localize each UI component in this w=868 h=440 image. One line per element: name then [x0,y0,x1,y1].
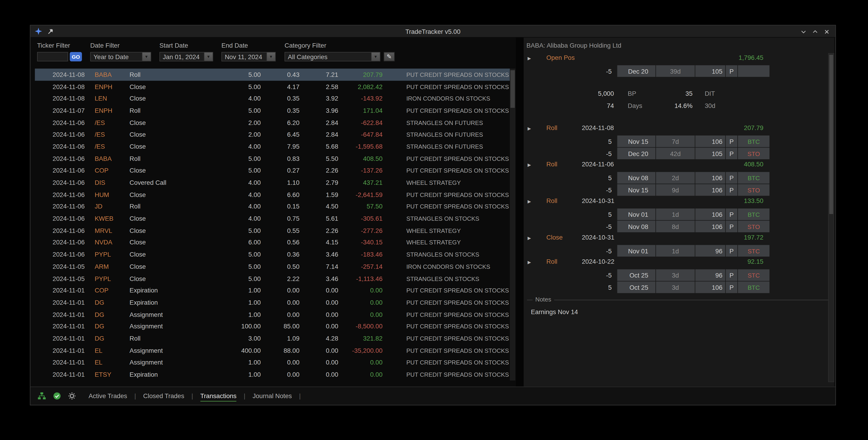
category-filter-select[interactable]: All Categories ▼ [284,52,380,62]
position-leg[interactable]: -5 Nov 01 1d 96 P STC [576,245,828,257]
leg-expiration: Nov 15 [617,184,655,196]
tab-active-trades[interactable]: Active Trades [89,393,127,399]
edit-category-button[interactable]: ✎ [383,52,395,62]
transaction-row[interactable]: 2024-11-08 ENPH Close 5.00 4.17 2.58 2,0… [35,80,510,93]
transaction-row[interactable]: 2024-11-06 HUM Close 4.00 6.60 1.59 -2,6… [35,189,510,200]
position-section-header[interactable]: ▶ Roll 2024-10-31 133.50 [524,198,828,207]
position-section-header[interactable]: ▶ Roll 2024-11-06 408.50 [524,161,828,170]
minimize-icon[interactable] [801,29,806,35]
transaction-row[interactable]: 2024-11-06 /ES Close 2.00 6.20 2.84 -622… [35,116,510,128]
position-leg[interactable]: 5 Nov 08 2d 106 P BTC [576,172,828,183]
ticker-filter-input[interactable] [37,52,68,62]
position-leg[interactable]: -5 Nov 15 9d 106 P STO [576,184,828,196]
leg-option-type: P [726,245,737,257]
end-date-select[interactable]: Nov 11, 2024 ▼ [221,52,276,62]
position-leg[interactable]: 5 Oct 25 3d 106 P BTC [576,281,828,293]
close-icon[interactable] [824,29,830,35]
txn-quantity: 1.00 [222,359,261,366]
txn-category: STRANGLES ON FUTURES [406,119,510,126]
position-leg[interactable]: 5 Nov 15 7d 106 P BTC [576,136,828,147]
chevron-down-icon[interactable]: ▼ [204,53,212,61]
txn-date: 2024-11-06 [53,191,95,198]
position-leg[interactable]: -5 Dec 20 39d 105 P [576,65,828,77]
go-button[interactable]: GO [70,52,82,62]
txn-price-2: 3.96 [300,107,338,114]
position-leg[interactable]: -5 Oct 25 3d 96 P STC [576,269,828,281]
chevron-down-icon[interactable]: ▼ [142,53,150,61]
network-icon[interactable] [37,392,46,400]
tab-closed-trades[interactable]: Closed Trades [143,393,184,399]
transaction-row[interactable]: 2024-11-05 ARM Close 5.00 0.50 7.14 -257… [35,261,510,272]
position-leg[interactable]: 5 Nov 01 1d 106 P BTC [576,208,828,220]
transaction-row[interactable]: 2024-11-06 NVDA Close 6.00 0.56 4.15 -34… [35,237,510,248]
position-section: ▶ Roll 2024-10-31 133.50 5 Nov 01 1d 106… [524,198,828,232]
position-section-header[interactable]: ▶ Close 2024-10-31 197.72 [524,234,828,243]
transaction-row[interactable]: 2024-11-08 BABA Roll 5.00 0.43 7.21 207.… [35,69,510,80]
category-filter-label: Category Filter [284,42,380,51]
transaction-row[interactable]: 2024-11-01 DG Expiration 1.00 0.00 0.00 … [35,296,510,308]
position-leg[interactable]: -5 Nov 08 8d 106 P STO [576,221,828,232]
position-scrollbar[interactable] [828,53,834,382]
start-date-select[interactable]: Jan 01, 2024 ▼ [159,52,213,62]
position-section-header[interactable]: ▶ Roll 2024-10-22 92.15 [524,258,828,268]
leg-dte: 42d [656,148,695,159]
txn-date: 2024-11-01 [53,359,95,366]
transaction-row[interactable]: 2024-11-06 /ES Close 4.00 7.95 5.68 -1,5… [35,141,510,153]
tab-journal-notes[interactable]: Journal Notes [252,393,292,399]
position-leg[interactable]: -5 Dec 20 42d 105 P STO [576,148,828,159]
txn-category: PUT CREDIT SPREADS ON STOCKS [406,359,510,366]
expand-icon[interactable]: ▶ [528,236,531,241]
transaction-row[interactable]: 2024-11-06 /ES Close 2.00 6.45 2.84 -647… [35,129,510,141]
txn-profit-loss: -137.26 [338,167,382,174]
transaction-row[interactable]: 2024-11-06 PYPL Close 5.00 0.36 3.46 -18… [35,248,510,261]
transaction-row[interactable]: 2024-11-01 EL Assignment 400.00 88.00 0.… [35,344,510,357]
txn-action: Close [129,251,222,258]
transaction-row[interactable]: 2024-11-06 JD Roll 4.00 0.15 4.50 57.50 … [35,200,510,212]
txn-action: Roll [129,155,222,162]
settings-gear-icon[interactable] [68,392,76,400]
expand-icon[interactable]: ▶ [528,199,531,204]
txn-quantity: 5.00 [222,275,261,282]
check-status-icon[interactable] [53,392,61,400]
txn-profit-loss: -2,641.59 [338,191,382,198]
txn-price-1: 0.27 [261,167,300,174]
txn-category: WHEEL STRATEGY [406,179,510,186]
date-filter-select[interactable]: Year to Date ▼ [90,52,151,62]
chevron-down-icon[interactable]: ▼ [266,53,275,61]
transaction-row[interactable]: 2024-11-01 DG Roll 3.00 1.09 4.28 321.82… [35,333,510,344]
scrollbar-thumb[interactable] [510,70,515,108]
title-bar[interactable]: TradeTracker v5.00 [30,26,835,38]
transactions-scrollbar[interactable] [510,69,515,380]
leg-dte: 1d [656,208,695,220]
start-date-value: Jan 01, 2024 [160,53,204,61]
position-section-header[interactable]: ▶ Roll 2024-11-08 207.79 [524,125,828,134]
transaction-row[interactable]: 2024-11-06 DIS Covered Call 4.00 1.10 2.… [35,176,510,189]
position-section-header[interactable]: ▶ Open Pos 1,796.45 [524,54,828,64]
txn-action: Close [129,275,222,282]
transaction-row[interactable]: 2024-11-05 PYPL Close 5.00 2.22 3.46 -1,… [35,272,510,284]
transaction-row[interactable]: 2024-11-01 EL Assignment 1.00 0.00 0.00 … [35,357,510,368]
transaction-row[interactable]: 2024-11-01 ETSY Expiration 1.00 0.00 0.0… [35,368,510,380]
transaction-row[interactable]: 2024-11-06 COP Close 5.00 0.27 2.26 -137… [35,165,510,176]
maximize-icon[interactable] [812,29,818,35]
transaction-row[interactable]: 2024-11-01 DG Assignment 100.00 85.00 0.… [35,320,510,332]
transaction-row[interactable]: 2024-11-06 MRVL Close 5.00 0.55 2.26 -27… [35,225,510,237]
txn-ticker: MRVL [95,227,129,234]
chevron-down-icon[interactable]: ▼ [371,53,380,61]
leg-order-tag [738,65,769,77]
pin-icon[interactable] [47,28,54,35]
transaction-row[interactable]: 2024-11-08 LEN Close 4.00 0.35 3.92 -143… [35,93,510,104]
expand-icon[interactable]: ▶ [528,56,531,61]
position-section: ▶ Open Pos 1,796.45 -5 Dec 20 39d 105 P … [524,54,828,114]
expand-icon[interactable]: ▶ [528,163,531,168]
scrollbar-thumb[interactable] [829,55,833,214]
expand-icon[interactable]: ▶ [528,260,531,265]
txn-price-2: 5.50 [300,155,338,162]
transaction-row[interactable]: 2024-11-07 ENPH Roll 5.00 0.35 3.96 171.… [35,104,510,116]
transaction-row[interactable]: 2024-11-01 COP Expiration 1.00 0.00 0.00… [35,284,510,296]
transaction-row[interactable]: 2024-11-06 KWEB Close 4.00 0.75 5.61 -30… [35,212,510,224]
transaction-row[interactable]: 2024-11-06 BABA Roll 5.00 0.83 5.50 408.… [35,153,510,165]
expand-icon[interactable]: ▶ [528,126,531,131]
tab-transactions[interactable]: Transactions [200,393,237,399]
transaction-row[interactable]: 2024-11-01 DG Assignment 1.00 0.00 0.00 … [35,308,510,320]
